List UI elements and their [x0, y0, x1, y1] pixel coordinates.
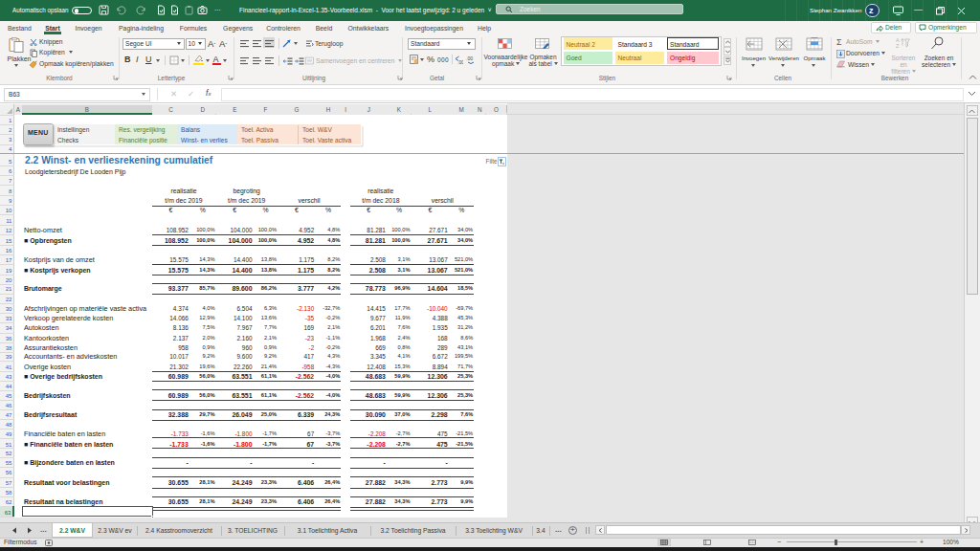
svg-text:Z: Z — [896, 43, 900, 48]
svg-text:.00: .00 — [466, 55, 473, 61]
svg-text:.00: .00 — [457, 58, 463, 64]
